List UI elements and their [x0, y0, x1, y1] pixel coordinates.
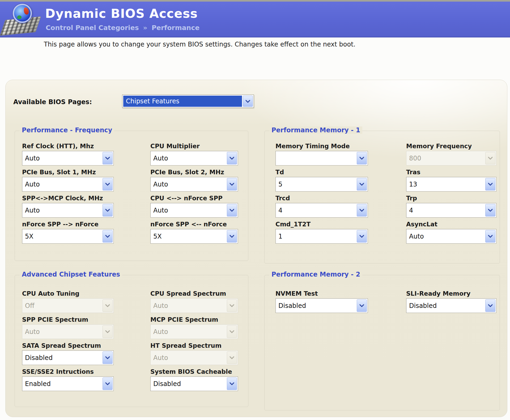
- group-performance-memory-2: Performance Memory - 2 NVMEM TestDisable…: [264, 275, 500, 410]
- dropdown-arrow-icon[interactable]: [227, 178, 237, 190]
- dropdown-arrow-icon[interactable]: [227, 152, 237, 164]
- selected-value: 13: [406, 181, 496, 188]
- dropdown-arrow-icon[interactable]: [103, 152, 113, 164]
- mcp-pcie-spectrum-select: Auto: [150, 324, 238, 339]
- nforce-spp-nforce-label: nForce SPP --> nForce: [22, 221, 114, 228]
- field: Tras13: [406, 169, 496, 192]
- field: CPU Auto TuningOff: [22, 290, 114, 313]
- header-banner: Dynamic BIOS Access Control Panel Catego…: [0, 2, 510, 37]
- sli-ready-memory-label: SLI-Ready Memory: [406, 290, 496, 297]
- selected-value: Auto: [151, 302, 238, 309]
- selected-value: Auto: [406, 233, 496, 240]
- memory-timing-mode-select[interactable]: [275, 151, 368, 166]
- field: CPU Spread SpectrumAuto: [150, 290, 238, 313]
- nforce-spp-nforce-select[interactable]: 5X: [22, 229, 114, 244]
- sli-ready-memory-select[interactable]: Disabled: [406, 298, 496, 313]
- dropdown-arrow-icon[interactable]: [227, 377, 237, 390]
- cpu-multiplier-label: CPU Multiplier: [150, 143, 238, 150]
- field: Trcd4: [275, 195, 368, 218]
- ht-spread-spectrum-select: Auto: [150, 350, 238, 365]
- asynclat-label: AsyncLat: [406, 221, 496, 228]
- selected-value: Disabled: [276, 302, 368, 309]
- dropdown-arrow-icon[interactable]: [227, 204, 237, 217]
- trcd-select[interactable]: 4: [275, 203, 368, 218]
- nforce-spp-nforce-select[interactable]: 5X: [150, 229, 238, 244]
- dropdown-arrow-icon[interactable]: [485, 178, 495, 190]
- field: SPP<->MCP Clock, MHzAuto: [22, 195, 114, 218]
- sata-spread-spectrum-select[interactable]: Disabled: [22, 350, 114, 365]
- field: CPU <--> nForce SPPAuto: [150, 195, 238, 218]
- cpu-auto-tuning-label: CPU Auto Tuning: [22, 290, 114, 297]
- breadcrumb-separator-icon: »: [143, 24, 147, 32]
- globe-icon: [13, 4, 32, 23]
- spp-mcp-clock-mhz-select[interactable]: Auto: [22, 203, 114, 218]
- breadcrumb-current: Performance: [152, 24, 199, 32]
- group-title: Advanced Chipset Features: [20, 271, 122, 278]
- dropdown-arrow-icon[interactable]: [485, 204, 495, 217]
- ref-clock-htt-mhz-select[interactable]: Auto: [22, 151, 114, 166]
- selected-value: 4: [406, 207, 496, 214]
- dropdown-arrow-icon[interactable]: [357, 230, 367, 243]
- cpu-multiplier-select[interactable]: Auto: [150, 151, 238, 166]
- asynclat-select[interactable]: Auto: [406, 229, 496, 244]
- selected-value: Auto: [22, 207, 113, 214]
- selected-value: Auto: [151, 181, 238, 188]
- selected-value: Disabled: [22, 354, 113, 362]
- nvmem-test-select[interactable]: Disabled: [275, 298, 368, 313]
- dropdown-arrow-icon[interactable]: [357, 152, 367, 164]
- dropdown-arrow-icon[interactable]: [357, 178, 367, 190]
- selected-value: Auto: [151, 207, 238, 214]
- spp-mcp-clock-mhz-label: SPP<->MCP Clock, MHz: [22, 195, 114, 202]
- cpu-spread-spectrum-label: CPU Spread Spectrum: [150, 290, 238, 297]
- dropdown-arrow-icon: [227, 299, 237, 312]
- dropdown-arrow-icon[interactable]: [485, 230, 495, 243]
- dropdown-arrow-icon[interactable]: [103, 351, 113, 364]
- tras-label: Tras: [406, 169, 496, 176]
- field: Memory Timing Mode: [275, 143, 368, 166]
- dropdown-arrow-icon: [103, 325, 113, 338]
- dropdown-arrow-icon: [227, 351, 237, 364]
- pcie-bus-slot-1-mhz-select[interactable]: Auto: [22, 177, 114, 192]
- system-bios-cacheable-select[interactable]: Disabled: [150, 376, 238, 391]
- selected-value: 5X: [22, 233, 113, 240]
- dropdown-arrow-icon[interactable]: [357, 204, 367, 217]
- tras-select[interactable]: 13: [406, 177, 496, 192]
- group-title: Performance Memory - 1: [269, 126, 362, 134]
- cmd-1t2t-select[interactable]: 1: [275, 229, 368, 244]
- selected-value: 5X: [151, 233, 238, 240]
- field: HT Spread SpectrumAuto: [150, 342, 238, 365]
- pcie-bus-slot-2-mhz-label: PCIe Bus, Slot 2, MHz: [150, 169, 238, 176]
- ht-spread-spectrum-label: HT Spread Spectrum: [150, 342, 238, 349]
- field: CPU MultiplierAuto: [150, 143, 238, 166]
- field: SATA Spread SpectrumDisabled: [22, 342, 114, 365]
- selected-value: Auto: [22, 181, 113, 188]
- dropdown-arrow-icon[interactable]: [227, 230, 237, 243]
- page-description: This page allows you to change your syst…: [44, 41, 355, 48]
- trp-label: Trp: [406, 195, 496, 202]
- dynamic-bios-access-window: Dynamic BIOS Access Control Panel Catego…: [0, 0, 510, 420]
- dropdown-arrow-icon[interactable]: [243, 96, 253, 107]
- dropdown-arrow-icon[interactable]: [103, 377, 113, 390]
- field: Trp4: [406, 195, 496, 218]
- pcie-bus-slot-2-mhz-select[interactable]: Auto: [150, 177, 238, 192]
- cpu-auto-tuning-select: Off: [22, 298, 114, 313]
- breadcrumb-parent[interactable]: Control Panel Categories: [46, 24, 139, 32]
- cpu-nforce-spp-select[interactable]: Auto: [150, 203, 238, 218]
- bios-page-select[interactable]: Chipset Features: [122, 95, 254, 108]
- dropdown-arrow-icon[interactable]: [103, 230, 113, 243]
- dropdown-arrow-icon[interactable]: [485, 299, 495, 312]
- field: Ref Clock (HTT), MhzAuto: [22, 143, 114, 166]
- dropdown-arrow-icon[interactable]: [103, 178, 113, 190]
- field: System BIOS CacheableDisabled: [150, 368, 238, 391]
- app-logo: [0, 1, 42, 36]
- selected-value: Off: [22, 302, 113, 309]
- selected-value: 800: [406, 155, 496, 162]
- dropdown-arrow-icon: [485, 152, 495, 164]
- ref-clock-htt-mhz-label: Ref Clock (HTT), Mhz: [22, 143, 114, 150]
- sse-sse2-intructions-select[interactable]: Enabled: [22, 376, 114, 391]
- td-select[interactable]: 5: [275, 177, 368, 192]
- trp-select[interactable]: 4: [406, 203, 496, 218]
- dropdown-arrow-icon[interactable]: [103, 204, 113, 217]
- selected-value: Disabled: [151, 380, 238, 388]
- dropdown-arrow-icon[interactable]: [357, 299, 367, 312]
